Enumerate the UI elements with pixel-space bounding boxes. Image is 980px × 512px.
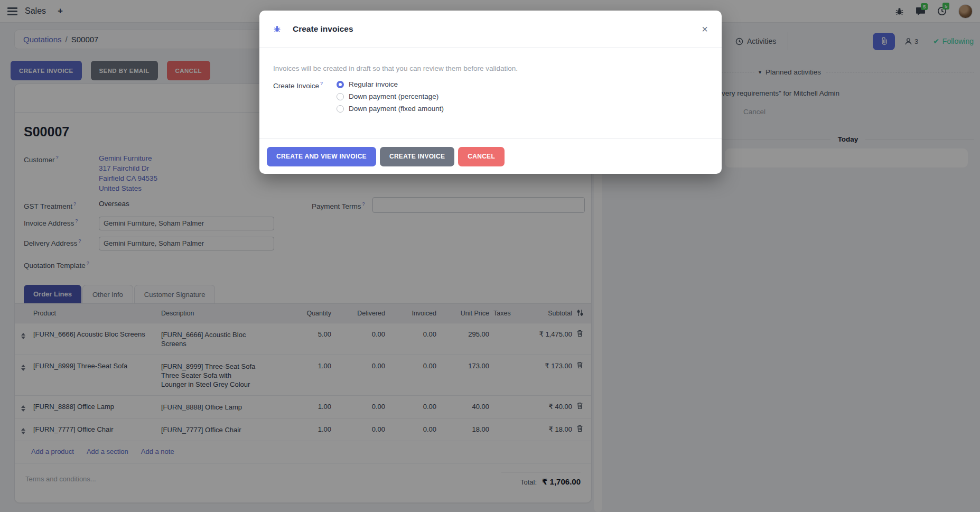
create-and-view-invoice-button[interactable]: CREATE AND VIEW INVOICE [267, 147, 376, 166]
debug-bug-icon [273, 25, 281, 33]
dialog-intro-text: Invoices will be created in draft so tha… [273, 64, 708, 72]
create-invoice-label: Create Invoice? [273, 80, 337, 113]
dialog-body: Invoices will be created in draft so tha… [259, 48, 722, 113]
radio-down-payment-fixed[interactable]: Down payment (fixed amount) [337, 105, 444, 113]
create-invoices-dialog: Create invoices × Invoices will be creat… [259, 11, 722, 174]
dialog-footer: CREATE AND VIEW INVOICE CREATE INVOICE C… [259, 138, 722, 174]
radio-regular-invoice[interactable]: Regular invoice [337, 80, 444, 88]
cancel-dialog-button[interactable]: CANCEL [458, 147, 505, 166]
close-icon[interactable]: × [702, 24, 708, 34]
dialog-header: Create invoices × [259, 11, 722, 48]
create-invoice-confirm-button[interactable]: CREATE INVOICE [380, 147, 454, 166]
dialog-title: Create invoices [293, 24, 353, 34]
radio-selected-icon [337, 81, 344, 88]
radio-down-payment-percentage[interactable]: Down payment (percentage) [337, 92, 444, 100]
invoice-type-options: Regular invoice Down payment (percentage… [337, 80, 444, 113]
help-icon: ? [320, 81, 323, 86]
radio-unselected-icon [337, 105, 344, 113]
radio-unselected-icon [337, 93, 344, 100]
